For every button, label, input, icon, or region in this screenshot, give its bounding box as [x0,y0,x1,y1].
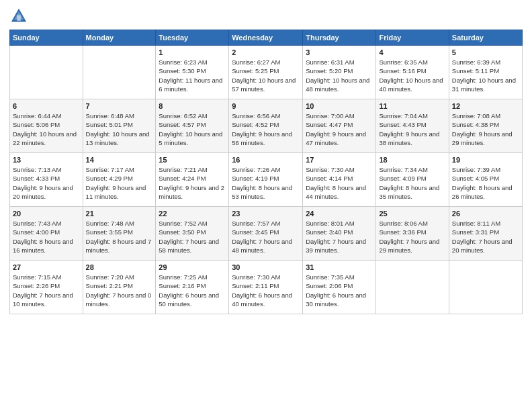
calendar-cell: 15Sunrise: 7:21 AM Sunset: 4:24 PM Dayli… [156,153,229,207]
day-info: Sunrise: 6:23 AM Sunset: 5:30 PM Dayligh… [159,58,226,93]
day-number: 1 [159,48,226,56]
calendar-cell: 19Sunrise: 7:39 AM Sunset: 4:05 PM Dayli… [449,153,522,207]
day-info: Sunrise: 7:17 AM Sunset: 4:29 PM Dayligh… [86,165,153,201]
calendar-cell: 27Sunrise: 7:15 AM Sunset: 2:26 PM Dayli… [10,261,83,314]
day-info: Sunrise: 6:35 AM Sunset: 5:16 PM Dayligh… [379,58,445,93]
calendar-cell: 16Sunrise: 7:26 AM Sunset: 4:19 PM Dayli… [229,153,303,207]
day-number: 25 [379,210,445,218]
logo [9,7,31,26]
day-info: Sunrise: 7:25 AM Sunset: 2:16 PM Dayligh… [159,273,226,308]
day-number: 17 [306,156,373,164]
day-number: 16 [232,156,300,164]
day-info: Sunrise: 7:00 AM Sunset: 4:47 PM Dayligh… [306,111,373,147]
day-number: 19 [452,156,519,164]
calendar-cell: 18Sunrise: 7:34 AM Sunset: 4:09 PM Dayli… [376,153,449,207]
page: SundayMondayTuesdayWednesdayThursdayFrid… [0,0,532,411]
day-info: Sunrise: 7:26 AM Sunset: 4:19 PM Dayligh… [232,165,300,201]
day-info: Sunrise: 6:56 AM Sunset: 4:52 PM Dayligh… [232,111,300,147]
weekday-header-thursday: Thursday [303,30,376,46]
day-number: 10 [306,102,373,110]
day-info: Sunrise: 7:15 AM Sunset: 2:26 PM Dayligh… [13,273,80,308]
day-number: 4 [379,48,445,56]
day-info: Sunrise: 7:08 AM Sunset: 4:38 PM Dayligh… [452,111,519,147]
day-info: Sunrise: 7:30 AM Sunset: 2:11 PM Dayligh… [232,273,300,308]
calendar-cell: 3Sunrise: 6:31 AM Sunset: 5:20 PM Daylig… [303,46,376,99]
day-info: Sunrise: 6:39 AM Sunset: 5:11 PM Dayligh… [452,58,519,93]
calendar-cell: 8Sunrise: 6:52 AM Sunset: 4:57 PM Daylig… [156,99,229,153]
day-info: Sunrise: 6:27 AM Sunset: 5:25 PM Dayligh… [232,58,300,93]
day-number: 31 [306,263,373,271]
calendar-cell: 24Sunrise: 8:01 AM Sunset: 3:40 PM Dayli… [303,207,376,261]
day-number: 20 [13,210,80,218]
day-info: Sunrise: 6:44 AM Sunset: 5:06 PM Dayligh… [13,111,80,147]
day-info: Sunrise: 8:06 AM Sunset: 3:36 PM Dayligh… [379,219,445,255]
day-number: 7 [86,102,153,110]
calendar-cell: 14Sunrise: 7:17 AM Sunset: 4:29 PM Dayli… [83,153,156,207]
day-number: 26 [452,210,519,218]
week-row-2: 6Sunrise: 6:44 AM Sunset: 5:06 PM Daylig… [10,99,523,153]
weekday-header-friday: Friday [376,30,449,46]
day-number: 28 [86,263,153,271]
svg-rect-2 [17,15,21,21]
day-number: 2 [232,48,300,56]
calendar-cell: 4Sunrise: 6:35 AM Sunset: 5:16 PM Daylig… [376,46,449,99]
day-info: Sunrise: 7:21 AM Sunset: 4:24 PM Dayligh… [159,165,226,201]
weekday-header-wednesday: Wednesday [229,30,303,46]
day-info: Sunrise: 7:43 AM Sunset: 4:00 PM Dayligh… [13,219,80,255]
day-info: Sunrise: 7:13 AM Sunset: 4:33 PM Dayligh… [13,165,80,201]
day-number: 29 [159,263,226,271]
day-number: 18 [379,156,445,164]
day-number: 14 [86,156,153,164]
day-number: 13 [13,156,80,164]
day-info: Sunrise: 8:11 AM Sunset: 3:31 PM Dayligh… [452,219,519,255]
calendar-cell: 13Sunrise: 7:13 AM Sunset: 4:33 PM Dayli… [10,153,83,207]
weekday-header-sunday: Sunday [10,30,83,46]
weekday-row: SundayMondayTuesdayWednesdayThursdayFrid… [10,30,523,46]
day-info: Sunrise: 7:52 AM Sunset: 3:50 PM Dayligh… [159,219,226,255]
calendar-cell: 22Sunrise: 7:52 AM Sunset: 3:50 PM Dayli… [156,207,229,261]
weekday-header-monday: Monday [83,30,156,46]
calendar-cell: 31Sunrise: 7:35 AM Sunset: 2:06 PM Dayli… [303,261,376,314]
calendar-cell: 1Sunrise: 6:23 AM Sunset: 5:30 PM Daylig… [156,46,229,99]
calendar-cell: 20Sunrise: 7:43 AM Sunset: 4:00 PM Dayli… [10,207,83,261]
day-number: 11 [379,102,445,110]
day-number: 30 [232,263,300,271]
calendar-cell: 2Sunrise: 6:27 AM Sunset: 5:25 PM Daylig… [229,46,303,99]
week-row-5: 27Sunrise: 7:15 AM Sunset: 2:26 PM Dayli… [10,261,523,314]
calendar-body: 1Sunrise: 6:23 AM Sunset: 5:30 PM Daylig… [10,46,523,314]
calendar-cell: 6Sunrise: 6:44 AM Sunset: 5:06 PM Daylig… [10,99,83,153]
day-info: Sunrise: 6:31 AM Sunset: 5:20 PM Dayligh… [306,58,373,93]
calendar-cell: 28Sunrise: 7:20 AM Sunset: 2:21 PM Dayli… [83,261,156,314]
day-info: Sunrise: 7:20 AM Sunset: 2:21 PM Dayligh… [86,273,153,308]
calendar-cell: 30Sunrise: 7:30 AM Sunset: 2:11 PM Dayli… [229,261,303,314]
calendar-cell: 5Sunrise: 6:39 AM Sunset: 5:11 PM Daylig… [449,46,522,99]
calendar-cell: 21Sunrise: 7:48 AM Sunset: 3:55 PM Dayli… [83,207,156,261]
day-number: 23 [232,210,300,218]
calendar-cell: 10Sunrise: 7:00 AM Sunset: 4:47 PM Dayli… [303,99,376,153]
calendar-cell: 12Sunrise: 7:08 AM Sunset: 4:38 PM Dayli… [449,99,522,153]
day-number: 12 [452,102,519,110]
calendar-cell: 11Sunrise: 7:04 AM Sunset: 4:43 PM Dayli… [376,99,449,153]
day-number: 24 [306,210,373,218]
calendar-cell [449,261,522,314]
day-info: Sunrise: 7:04 AM Sunset: 4:43 PM Dayligh… [379,111,445,147]
header [9,7,523,26]
calendar-cell: 29Sunrise: 7:25 AM Sunset: 2:16 PM Dayli… [156,261,229,314]
calendar-cell: 7Sunrise: 6:48 AM Sunset: 5:01 PM Daylig… [83,99,156,153]
calendar-cell: 25Sunrise: 8:06 AM Sunset: 3:36 PM Dayli… [376,207,449,261]
day-number: 3 [306,48,373,56]
day-info: Sunrise: 6:52 AM Sunset: 4:57 PM Dayligh… [159,111,226,147]
logo-icon [9,7,28,26]
calendar: SundayMondayTuesdayWednesdayThursdayFrid… [9,30,523,314]
day-info: Sunrise: 7:39 AM Sunset: 4:05 PM Dayligh… [452,165,519,201]
day-info: Sunrise: 6:48 AM Sunset: 5:01 PM Dayligh… [86,111,153,147]
calendar-cell: 23Sunrise: 7:57 AM Sunset: 3:45 PM Dayli… [229,207,303,261]
calendar-cell: 17Sunrise: 7:30 AM Sunset: 4:14 PM Dayli… [303,153,376,207]
day-number: 9 [232,102,300,110]
week-row-4: 20Sunrise: 7:43 AM Sunset: 4:00 PM Dayli… [10,207,523,261]
day-number: 6 [13,102,80,110]
calendar-cell [10,46,83,99]
weekday-header-tuesday: Tuesday [156,30,229,46]
calendar-cell: 9Sunrise: 6:56 AM Sunset: 4:52 PM Daylig… [229,99,303,153]
calendar-cell: 26Sunrise: 8:11 AM Sunset: 3:31 PM Dayli… [449,207,522,261]
